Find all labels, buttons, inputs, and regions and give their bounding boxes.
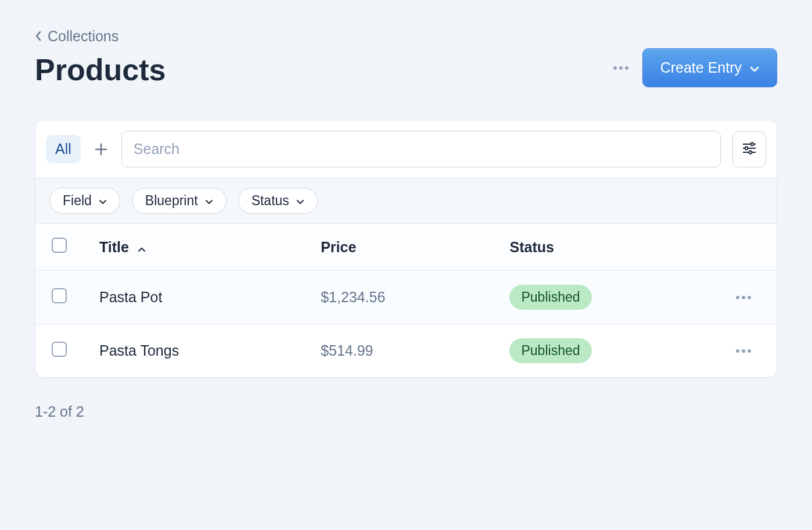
svg-point-5 [749,151,752,153]
row-actions[interactable] [724,324,777,378]
chevron-left-icon [35,28,42,45]
add-filter-tab-button[interactable] [92,142,110,156]
row-checkbox[interactable] [52,288,67,303]
pagination-info: 1-2 of 2 [35,403,777,420]
chevron-down-icon [750,59,759,76]
column-settings-button[interactable] [732,131,766,167]
column-header-price[interactable]: Price [309,224,498,271]
create-entry-label: Create Entry [660,59,742,76]
svg-point-3 [745,146,748,149]
table-row[interactable]: Pasta Tongs $514.99 Published [35,324,777,378]
filter-status-label: Status [251,193,289,209]
breadcrumb-back[interactable]: Collections [35,28,118,45]
svg-point-1 [751,142,754,145]
filter-tab-all[interactable]: All [46,135,81,163]
sliders-icon [741,140,757,159]
column-title-label: Title [99,239,129,255]
status-badge: Published [509,338,591,363]
more-icon [736,296,765,299]
filter-blueprint-label: Blueprint [145,193,198,209]
chevron-down-icon [99,193,107,209]
column-status-label: Status [509,239,554,255]
page-more-actions[interactable] [613,66,628,70]
table-row[interactable]: Pasta Pot $1,234.56 Published [35,271,777,324]
row-actions[interactable] [724,271,777,324]
entries-table: Title Price Status Pasta Pot $1,234.56 P… [35,223,777,377]
breadcrumb-label: Collections [48,28,118,45]
create-entry-button[interactable]: Create Entry [642,48,777,87]
filter-field[interactable]: Field [49,188,120,214]
sort-asc-icon [138,246,146,252]
filter-blueprint[interactable]: Blueprint [132,188,227,214]
select-all-checkbox[interactable] [52,238,67,253]
column-header-title[interactable]: Title [88,224,309,271]
page-title: Products [35,52,166,87]
filter-field-label: Field [63,193,92,209]
chevron-down-icon [205,193,213,209]
filters-row: Field Blueprint Status [35,178,777,223]
status-badge: Published [509,285,591,310]
row-title: Pasta Pot [88,271,309,324]
row-price: $1,234.56 [309,271,498,324]
column-price-label: Price [321,239,356,255]
filter-status[interactable]: Status [238,188,318,214]
entries-card: All Field Blueprint Status [35,120,777,378]
row-price: $514.99 [309,324,498,378]
column-header-status[interactable]: Status [498,224,724,271]
chevron-down-icon [296,193,304,209]
more-icon [736,349,765,353]
search-input[interactable] [121,131,721,167]
row-title: Pasta Tongs [88,324,309,378]
row-checkbox[interactable] [52,342,67,357]
